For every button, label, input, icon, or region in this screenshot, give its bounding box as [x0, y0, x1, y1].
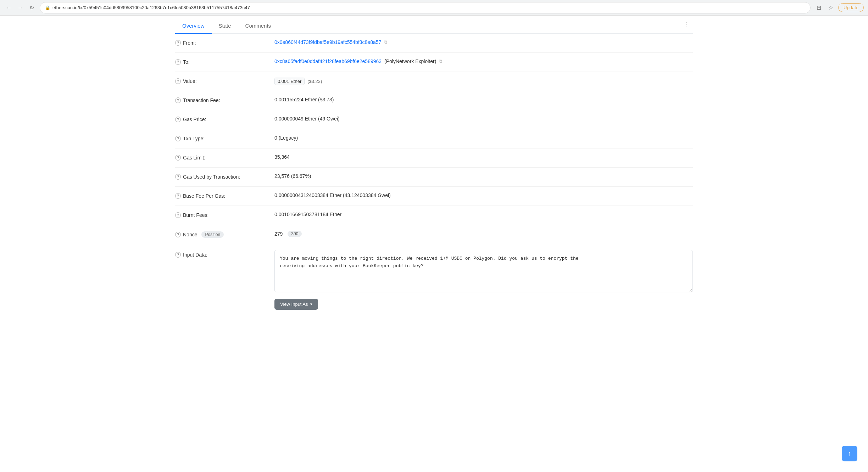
url-text: etherscan.io/tx/0x59451c04dd5809958100c2…	[52, 5, 805, 10]
txn-type-value: 0 (Legacy)	[274, 135, 693, 141]
input-data-label: ? Input Data:	[175, 250, 274, 258]
gas-used-label: ? Gas Used by Transaction:	[175, 173, 274, 180]
value-label: ? Value:	[175, 78, 274, 84]
tx-fee-row: ? Transaction Fee: 0.001155224 Ether ($3…	[175, 91, 693, 110]
tab-state[interactable]: State	[212, 18, 238, 34]
star-icon: ☆	[828, 4, 833, 11]
lock-icon: 🔒	[45, 5, 50, 10]
to-name: (PolyNetwork Exploiter)	[384, 58, 436, 64]
forward-button[interactable]: →	[16, 3, 25, 12]
to-help-icon[interactable]: ?	[175, 59, 181, 65]
input-data-help-icon[interactable]: ?	[175, 252, 181, 258]
from-row: ? From: 0x0e860f44d73f9fdbaf5e9b19afc554…	[175, 34, 693, 53]
burnt-fees-text: 0.001016691503781184 Ether	[274, 212, 341, 217]
gas-limit-label: ? Gas Limit:	[175, 154, 274, 161]
apps-icon: ⊞	[817, 4, 821, 11]
tab-overview[interactable]: Overview	[175, 18, 212, 34]
input-data-textarea[interactable]	[274, 250, 693, 292]
gas-used-row: ? Gas Used by Transaction: 23,576 (66.67…	[175, 168, 693, 187]
chevron-down-icon: ▾	[310, 302, 312, 307]
to-copy-icon[interactable]: ⧉	[439, 58, 442, 64]
back-icon: ←	[6, 5, 12, 11]
txn-type-text: 0 (Legacy)	[274, 135, 298, 141]
nonce-value: 279 390	[274, 231, 693, 237]
input-data-row: ? Input Data: View Input As ▾	[175, 244, 693, 315]
back-button[interactable]: ←	[4, 3, 13, 12]
burnt-fees-help-icon[interactable]: ?	[175, 212, 181, 218]
gas-limit-help-icon[interactable]: ?	[175, 155, 181, 161]
nonce-position-value: 390	[288, 231, 302, 237]
nonce-help-icon[interactable]: ?	[175, 232, 181, 237]
nonce-label: ? Nonce Position	[175, 231, 274, 238]
txn-type-row: ? Txn Type: 0 (Legacy)	[175, 129, 693, 148]
tx-fee-value: 0.001155224 Ether ($3.73)	[274, 97, 693, 102]
more-options-button[interactable]: ⋮	[683, 21, 689, 28]
gas-used-help-icon[interactable]: ?	[175, 174, 181, 180]
txn-type-label: ? Txn Type:	[175, 135, 274, 141]
to-label: ? To:	[175, 58, 274, 65]
from-copy-icon[interactable]: ⧉	[384, 39, 387, 45]
bookmark-button[interactable]: ☆	[826, 3, 835, 12]
nonce-position-tag: Position	[201, 231, 224, 238]
to-row: ? To: 0xc8a65fadf0e0ddaf421f28feab69bf6e…	[175, 53, 693, 72]
base-fee-value: 0.000000043124003384 Ether (43.124003384…	[274, 192, 693, 198]
page-content: Overview State Comments ⋮ ? From: 0x0e86…	[168, 16, 700, 315]
forward-icon: →	[17, 5, 23, 11]
tabs-bar: Overview State Comments ⋮	[175, 16, 693, 34]
nonce-row: ? Nonce Position 279 390	[175, 225, 693, 244]
gas-used-value: 23,576 (66.67%)	[274, 173, 693, 179]
gas-price-label: ? Gas Price:	[175, 116, 274, 122]
gas-price-row: ? Gas Price: 0.000000049 Ether (49 Gwei)	[175, 110, 693, 129]
view-input-label: View Input As	[280, 302, 308, 307]
tab-comments[interactable]: Comments	[238, 18, 278, 34]
usd-amount: ($3.23)	[307, 79, 322, 84]
update-button[interactable]: Update	[838, 3, 864, 12]
nonce-number: 279	[274, 231, 283, 237]
view-input-as-button[interactable]: View Input As ▾	[274, 299, 318, 310]
browser-chrome: ← → ↻ 🔒 etherscan.io/tx/0x59451c04dd5809…	[0, 0, 868, 16]
gas-used-text: 23,576 (66.67%)	[274, 173, 311, 179]
burnt-fees-row: ? Burnt Fees: 0.001016691503781184 Ether	[175, 206, 693, 225]
from-help-icon[interactable]: ?	[175, 40, 181, 46]
tx-fee-label: ? Transaction Fee:	[175, 97, 274, 103]
from-label: ? From:	[175, 39, 274, 46]
to-value: 0xc8a65fadf0e0ddaf421f28feab69bf6e2e5899…	[274, 58, 693, 64]
txn-type-help-icon[interactable]: ?	[175, 136, 181, 141]
base-fee-help-icon[interactable]: ?	[175, 193, 181, 199]
more-icon: ⋮	[683, 21, 689, 28]
address-bar[interactable]: 🔒 etherscan.io/tx/0x59451c04dd5809958100…	[40, 2, 811, 13]
refresh-button[interactable]: ↻	[27, 3, 36, 12]
ether-amount-badge: 0.001 Ether	[274, 78, 305, 85]
apps-button[interactable]: ⊞	[814, 3, 823, 12]
from-value: 0x0e860f44d73f9fdbaf5e9b19afc554bf3c8e8a…	[274, 39, 693, 45]
gas-price-text: 0.000000049 Ether (49 Gwei)	[274, 116, 340, 122]
tx-fee-text: 0.001155224 Ether ($3.73)	[274, 97, 334, 102]
value-row: ? Value: 0.001 Ether ($3.23)	[175, 72, 693, 91]
browser-actions: ⊞ ☆ Update	[814, 3, 864, 12]
value-value: 0.001 Ether ($3.23)	[274, 78, 693, 85]
value-help-icon[interactable]: ?	[175, 78, 181, 84]
base-fee-text: 0.000000043124003384 Ether (43.124003384…	[274, 192, 391, 198]
input-data-value: View Input As ▾	[274, 250, 693, 310]
gas-limit-text: 35,364	[274, 154, 290, 160]
nav-buttons: ← → ↻	[4, 3, 36, 12]
to-address-link[interactable]: 0xc8a65fadf0e0ddaf421f28feab69bf6e2e5899…	[274, 58, 382, 64]
gas-price-value: 0.000000049 Ether (49 Gwei)	[274, 116, 693, 122]
burnt-fees-label: ? Burnt Fees:	[175, 212, 274, 218]
gas-limit-value: 35,364	[274, 154, 693, 160]
gas-limit-row: ? Gas Limit: 35,364	[175, 148, 693, 168]
tx-fee-help-icon[interactable]: ?	[175, 97, 181, 103]
refresh-icon: ↻	[29, 4, 34, 11]
gas-price-help-icon[interactable]: ?	[175, 117, 181, 122]
from-address-link[interactable]: 0x0e860f44d73f9fdbaf5e9b19afc554bf3c8e8a…	[274, 39, 381, 45]
base-fee-row: ? Base Fee Per Gas: 0.000000043124003384…	[175, 187, 693, 206]
base-fee-label: ? Base Fee Per Gas:	[175, 192, 274, 199]
burnt-fees-value: 0.001016691503781184 Ether	[274, 212, 693, 217]
